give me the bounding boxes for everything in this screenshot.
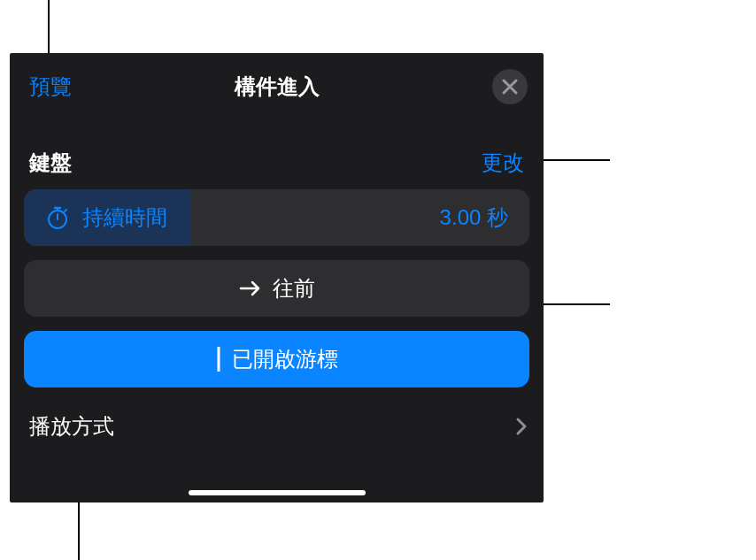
home-indicator (189, 490, 366, 495)
panel-title: 構件進入 (235, 73, 320, 101)
duration-label: 持續時間 (82, 203, 167, 232)
change-button[interactable]: 更改 (482, 149, 524, 177)
svg-rect-1 (217, 347, 220, 372)
controls-stack: 持續時間 3.00 秒 往前 已開啟游標 (10, 189, 544, 387)
direction-button[interactable]: 往前 (24, 260, 529, 317)
build-in-panel: 預覽 構件進入 鍵盤 更改 持 (10, 53, 544, 502)
delivery-button[interactable]: 播放方式 (10, 387, 544, 441)
callout-line-top (48, 0, 50, 53)
panel-header: 預覽 構件進入 (10, 53, 544, 115)
callout-line-bottom (78, 502, 80, 560)
cursor-toggle[interactable]: 已開啟游標 (24, 331, 529, 387)
arrow-right-icon (239, 279, 262, 298)
effect-section-header: 鍵盤 更改 (10, 115, 544, 189)
text-cursor-icon (216, 347, 221, 372)
close-icon (502, 79, 518, 95)
preview-button[interactable]: 預覽 (29, 73, 72, 101)
callout-line-right-direction (544, 303, 610, 305)
chevron-right-icon (515, 417, 528, 436)
direction-label: 往前 (273, 274, 315, 303)
cursor-label: 已開啟游標 (232, 345, 338, 373)
delivery-label: 播放方式 (29, 412, 114, 441)
stopwatch-icon (45, 205, 70, 230)
duration-slider[interactable]: 持續時間 3.00 秒 (24, 189, 529, 246)
duration-value: 3.00 秒 (440, 203, 508, 232)
effect-name: 鍵盤 (29, 149, 72, 177)
callout-line-right-change (544, 159, 610, 161)
close-button[interactable] (492, 69, 528, 104)
